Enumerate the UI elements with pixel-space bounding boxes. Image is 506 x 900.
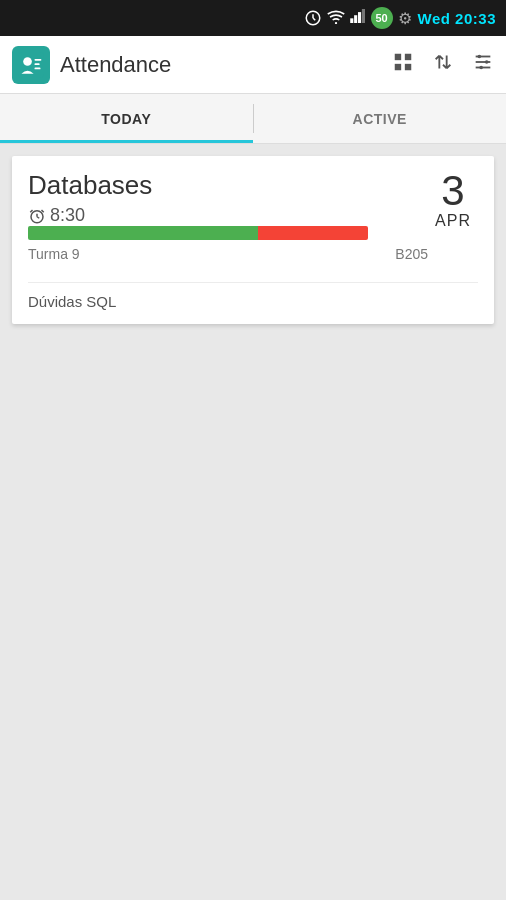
- progress-red: [258, 226, 368, 240]
- svg-point-20: [478, 55, 482, 59]
- card-time: 8:30: [28, 205, 428, 226]
- svg-rect-8: [18, 52, 44, 78]
- card-title: Databases: [28, 170, 428, 201]
- app-bar-actions: [392, 51, 494, 78]
- svg-line-25: [37, 216, 39, 218]
- attendance-progress: [28, 226, 368, 240]
- tabs: TODAY ACTIVE: [0, 94, 506, 144]
- svg-rect-12: [34, 67, 40, 69]
- status-icons: 50 ⚙: [304, 7, 412, 29]
- svg-line-2: [313, 18, 315, 20]
- svg-rect-14: [405, 54, 411, 60]
- card-time-value: 8:30: [50, 205, 85, 226]
- card-date: 3 APR: [428, 170, 478, 230]
- grid-icon[interactable]: [392, 51, 414, 78]
- status-bar: 50 ⚙ Wed 20:33: [0, 0, 506, 36]
- card-divider: [28, 282, 478, 283]
- clock-icon: [304, 9, 322, 27]
- card-class-name: Turma 9: [28, 246, 80, 262]
- svg-rect-16: [405, 64, 411, 70]
- card-date-day: 3: [441, 170, 464, 212]
- battery-badge: 50: [371, 7, 393, 29]
- svg-rect-10: [34, 58, 41, 60]
- sort-icon[interactable]: [432, 51, 454, 78]
- card-room: B205: [395, 246, 428, 262]
- card-note: Dúvidas SQL: [28, 291, 478, 310]
- svg-rect-6: [358, 12, 361, 23]
- gear-icon: ⚙: [398, 9, 412, 28]
- svg-rect-15: [395, 64, 401, 70]
- card-date-month: APR: [435, 212, 471, 230]
- svg-point-3: [334, 21, 336, 23]
- card-header: Databases 8:30 Turma 9: [28, 170, 478, 274]
- tab-active[interactable]: ACTIVE: [254, 94, 507, 143]
- filter-icon[interactable]: [472, 51, 494, 78]
- alarm-icon: [28, 207, 46, 225]
- svg-rect-11: [34, 63, 39, 65]
- svg-rect-7: [361, 9, 364, 23]
- content-area: Databases 8:30 Turma 9: [0, 144, 506, 336]
- svg-point-9: [23, 57, 32, 66]
- class-card[interactable]: Databases 8:30 Turma 9: [12, 156, 494, 324]
- app-title: Attendance: [60, 52, 392, 78]
- progress-green: [28, 226, 258, 240]
- app-icon: [12, 46, 50, 84]
- svg-point-22: [479, 66, 483, 70]
- svg-rect-4: [350, 18, 353, 23]
- svg-rect-13: [395, 54, 401, 60]
- card-body-left: Databases 8:30 Turma 9: [28, 170, 428, 274]
- svg-point-21: [485, 60, 489, 64]
- wifi-icon: [327, 10, 345, 27]
- tab-today[interactable]: TODAY: [0, 94, 253, 143]
- status-time: Wed 20:33: [418, 10, 496, 27]
- svg-rect-5: [354, 15, 357, 23]
- signal-icon: [350, 9, 366, 27]
- app-bar: Attendance: [0, 36, 506, 94]
- card-meta: Turma 9 B205: [28, 246, 428, 262]
